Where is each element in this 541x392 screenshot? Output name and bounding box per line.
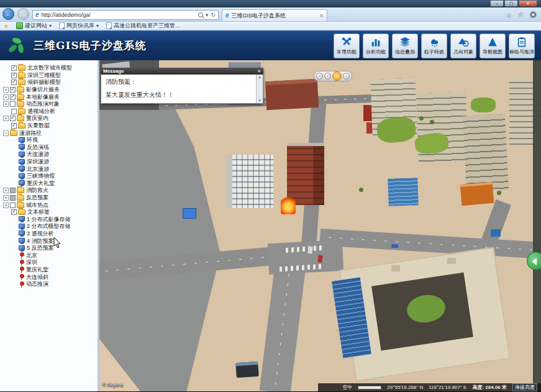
map-tree xyxy=(497,191,501,195)
expand-icon[interactable]: + xyxy=(3,101,9,107)
tree-item[interactable]: +重庆室内 xyxy=(2,115,96,122)
layer-checkbox[interactable] xyxy=(11,73,17,78)
search-icon[interactable] xyxy=(198,12,203,17)
tree-item[interactable]: 5 反恐预案 xyxy=(2,245,96,252)
expand-icon[interactable]: + xyxy=(3,188,9,193)
tree-item[interactable]: 三峡博物馆 xyxy=(2,173,96,180)
expand-icon[interactable]: + xyxy=(3,195,9,201)
layer-checkbox[interactable] xyxy=(10,195,16,201)
collapse-icon[interactable]: − xyxy=(3,130,9,136)
playback-stop-button[interactable]: ‹ xyxy=(324,73,331,80)
tree-item[interactable]: 深圳 xyxy=(2,259,96,267)
layer-checkbox[interactable] xyxy=(11,123,17,129)
close-button[interactable]: ✕ xyxy=(519,1,537,7)
toolbar-button-particles[interactable]: 粒子特效 xyxy=(421,34,447,58)
map-3d-viewport[interactable]: Message ✕ 消防预案： 某大厦发生重大火情！！ ▲ ▼ ‹ ‹ → › xyxy=(99,60,541,391)
toolbar-button-geometry[interactable]: 几何对象 xyxy=(450,34,476,58)
tree-item[interactable]: 通视域分析 xyxy=(2,108,96,116)
expand-panel-button[interactable] xyxy=(527,252,541,270)
toolbar-button-navigate[interactable]: 导航视图 xyxy=(480,34,506,58)
back-button[interactable]: ← xyxy=(2,8,14,20)
layer-checkbox[interactable] xyxy=(11,209,17,215)
tree-item[interactable]: 矢量数据 xyxy=(2,122,96,130)
toolbar-button-tools[interactable]: 常用功能 xyxy=(334,34,360,58)
layer-checkbox[interactable] xyxy=(10,203,16,208)
layer-checkbox[interactable] xyxy=(10,188,16,193)
gear-icon[interactable] xyxy=(530,12,536,17)
favorites-item[interactable]: 建议网站▾ xyxy=(16,22,52,30)
playback-play-button[interactable]: → xyxy=(332,71,342,81)
layer-checkbox[interactable] xyxy=(10,101,16,107)
playback-next-button[interactable]: › xyxy=(343,73,350,80)
tree-item[interactable]: +反恐预案 xyxy=(2,194,96,202)
expand-icon[interactable]: + xyxy=(3,116,9,121)
url-text: http://atidedemo/ga/ xyxy=(42,12,91,18)
toolbar-button-label: 信息叠加 xyxy=(395,48,415,55)
tree-item[interactable]: +消防救火 xyxy=(2,187,96,194)
scroll-up-icon[interactable]: ▲ xyxy=(258,75,261,79)
layer-checkbox[interactable] xyxy=(11,109,17,114)
caret-down-icon[interactable]: ▾ xyxy=(206,12,209,18)
tree-item[interactable]: 大连倾斜 xyxy=(2,273,96,281)
tree-item[interactable]: 文本标签 xyxy=(2,209,96,216)
tab-close-icon[interactable]: ✕ xyxy=(319,13,324,19)
tree-item[interactable]: 环视 xyxy=(2,137,96,144)
close-icon[interactable]: ✕ xyxy=(257,69,261,74)
toolbar-button-chart[interactable]: 分析功能 xyxy=(363,34,389,58)
layer-checkbox[interactable] xyxy=(10,87,16,93)
expand-icon[interactable]: + xyxy=(3,203,9,208)
layer-checkbox[interactable] xyxy=(10,116,16,121)
folder-icon xyxy=(18,80,25,85)
tree-item[interactable]: 倾斜摄影模型 xyxy=(2,79,96,86)
expand-icon[interactable]: + xyxy=(3,87,9,93)
layer-checkbox[interactable] xyxy=(11,80,17,85)
tree-item[interactable]: 3 通视分析 xyxy=(2,230,96,238)
favorites-item[interactable]: 网页快讯库▾ xyxy=(59,22,99,30)
tree-item[interactable]: 大连漫游 xyxy=(2,151,96,158)
layer-checkbox[interactable] xyxy=(10,94,16,100)
home-icon[interactable]: ⌂ xyxy=(506,11,511,19)
pin-icon xyxy=(19,274,24,280)
add-favorite-icon[interactable]: ★ xyxy=(4,23,9,29)
minimize-button[interactable]: – xyxy=(490,1,504,7)
maximize-button[interactable]: ▢ xyxy=(504,1,518,7)
map-roof-unit xyxy=(447,258,456,264)
message-popup-titlebar[interactable]: Message ✕ xyxy=(101,68,263,75)
tree-item[interactable]: 北京数字城市模型 xyxy=(2,65,96,72)
tree-item[interactable]: +城市热点 xyxy=(2,201,96,209)
forward-button[interactable]: → xyxy=(17,8,29,20)
tree-item[interactable]: +动态推演对象 xyxy=(2,101,96,108)
tree-item[interactable]: +影像切片服务 xyxy=(2,86,96,94)
tree-item[interactable]: −漫游路径 xyxy=(2,129,96,137)
altitude-mode-selector[interactable]: 海拔高度 xyxy=(512,383,537,391)
map-plaza xyxy=(99,85,220,391)
tree-item[interactable]: 4 消防预案 xyxy=(2,237,96,245)
camera-mode: 空中 xyxy=(342,384,352,391)
tree-item[interactable]: 重庆礼堂 xyxy=(2,267,96,274)
toolbar-button-layers[interactable]: 信息叠加 xyxy=(392,34,418,58)
tree-item[interactable]: +本地影像服务 xyxy=(2,93,96,101)
tree-item[interactable]: 深圳三维模型 xyxy=(2,72,96,80)
favorites-star-icon[interactable]: ☆ xyxy=(517,11,524,19)
refresh-icon[interactable]: ↻ xyxy=(211,12,216,18)
favorites-item[interactable]: 高速公路机电资产三维管... xyxy=(106,22,180,30)
scroll-down-icon[interactable]: ▼ xyxy=(258,99,261,103)
tree-item[interactable]: 1 分布式影像存储 xyxy=(2,216,96,223)
page-icon xyxy=(106,22,112,29)
tree-item[interactable]: 北京漫游 xyxy=(2,165,96,173)
message-scrollbar[interactable]: ▲ ▼ xyxy=(256,75,263,103)
expand-icon[interactable]: + xyxy=(3,94,9,100)
tree-item[interactable]: 动态推演 xyxy=(2,281,96,288)
tree-item[interactable]: 北京 xyxy=(2,252,96,259)
toolbar-button-plot[interactable]: 标绘与推演 xyxy=(509,34,535,58)
address-bar[interactable]: e http://atidedemo/ga/ ▾ ↻ xyxy=(32,10,219,20)
tree-item[interactable]: 2 分布式模型存储 xyxy=(2,223,96,230)
layer-checkbox[interactable] xyxy=(11,65,17,71)
folder-icon xyxy=(17,101,24,107)
tree-item[interactable]: 重庆大礼堂 xyxy=(2,180,96,188)
monitor-icon xyxy=(19,152,25,157)
browser-tab[interactable]: e 三维GIS电子沙盘系统 ✕ xyxy=(222,9,327,21)
playback-prev-button[interactable]: ‹ xyxy=(316,73,323,80)
tree-item[interactable]: 深圳漫游 xyxy=(2,158,96,166)
tree-item[interactable]: 反恐演练 xyxy=(2,144,96,152)
